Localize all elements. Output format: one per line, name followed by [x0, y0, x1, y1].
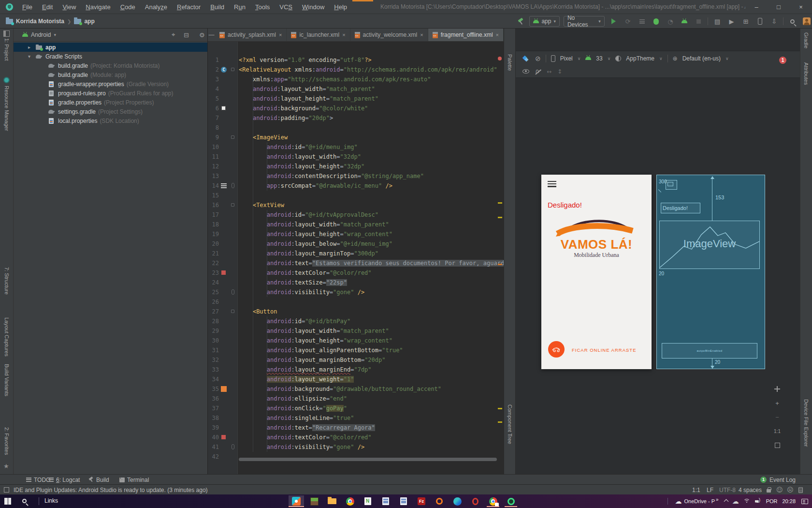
run-android-button[interactable] — [680, 16, 690, 27]
horizontal-scrollbar[interactable] — [239, 458, 497, 461]
close-tab-icon[interactable]: × — [342, 32, 345, 38]
zoom-actual-button[interactable]: 1:1 — [772, 426, 783, 436]
code-line-35[interactable]: 35 android:background="@drawable/button_… — [208, 384, 504, 394]
code-line-37[interactable]: 37 android:onClick="goPay" — [208, 403, 504, 413]
toolwindow-tab-structure[interactable]: 7: Structure — [0, 267, 13, 306]
taskbar-icon-explorer[interactable] — [324, 495, 340, 507]
taskbar-icon-opera[interactable] — [467, 495, 483, 507]
toolwindow-tab-resource-manager[interactable]: Resource Manager — [0, 86, 13, 134]
taskbar-icon-notepad-plus[interactable] — [360, 495, 376, 507]
hector-notifications-icon[interactable] — [798, 487, 803, 493]
default-margins-icon[interactable]: ↔ — [547, 68, 551, 75]
taskbar-icon-minecraft[interactable] — [306, 495, 322, 507]
code-line-7[interactable]: 7 android:padding="20dp"> — [208, 113, 504, 123]
project-view-selector[interactable]: Android — [31, 31, 51, 38]
start-button[interactable] — [4, 498, 11, 505]
build-hammer-button[interactable] — [515, 16, 525, 27]
taskbar-icon-orange-ring[interactable] — [432, 495, 447, 507]
tab-activity-welcome-xml[interactable]: activity_welcome.xml× — [350, 29, 428, 41]
toolwindow-tab-favorites[interactable]: 2: Favorites — [0, 427, 13, 462]
zoom-out-button[interactable]: − — [772, 412, 783, 422]
toolwindow-tab-terminal[interactable]: Terminal — [119, 475, 149, 485]
code-line-21[interactable]: 21 android:layout_marginTop="300dp" — [208, 249, 504, 258]
search-everywhere-button[interactable] — [787, 16, 798, 27]
minimize-button[interactable]: – — [745, 0, 768, 14]
file-encoding[interactable]: UTF-8 — [719, 485, 736, 495]
component-tree-tab[interactable]: Component Tree — [504, 404, 515, 458]
code-line-10[interactable]: 10 android:id="@+id/menu_img" — [208, 142, 504, 152]
debug-button[interactable] — [651, 16, 661, 27]
code-line-3[interactable]: 3 xmlns:app="http://schemas.android.com/… — [208, 75, 504, 84]
fold-marker[interactable] — [230, 289, 236, 296]
taskbar-search-icon[interactable] — [22, 498, 27, 505]
tree-item-gradle-scripts[interactable]: ▾Gradle Scripts — [14, 52, 207, 61]
pan-hand-icon[interactable] — [772, 384, 783, 394]
menu-build[interactable]: Build — [206, 1, 229, 13]
code-line-24[interactable]: 24 android:textSize="22sp" — [208, 278, 504, 287]
view-options-icon[interactable] — [522, 69, 529, 74]
code-line-4[interactable]: 4 android:layout_width="match_parent" — [208, 84, 504, 94]
breadcrumb-module[interactable]: app — [84, 18, 94, 25]
tray-expand-icon[interactable] — [724, 499, 728, 504]
logcat-window-button[interactable]: ▶ — [726, 16, 737, 27]
code-line-26[interactable]: 26 — [208, 297, 504, 307]
tree-item-gradle-wrapper-properties-gradle-version[interactable]: gradle-wrapper.properties(Gradle Version… — [14, 79, 207, 89]
zoom-in-button[interactable]: + — [772, 398, 783, 408]
close-tab-icon[interactable]: × — [279, 32, 282, 38]
wifi-icon[interactable] — [743, 499, 751, 504]
line-separator[interactable]: LF — [707, 485, 713, 495]
code-line-8[interactable]: 8 — [208, 123, 504, 133]
code-line-38[interactable]: 38 android:singleLine="true" — [208, 413, 504, 423]
run-button[interactable] — [609, 16, 619, 27]
menu-vcs[interactable]: VCS — [275, 1, 297, 13]
toolwindow-tab-build[interactable]: Build — [88, 475, 109, 485]
close-tab-icon[interactable]: × — [496, 32, 499, 38]
code-line-15[interactable]: 15 — [208, 191, 504, 200]
tab-ic-launcher-xml[interactable]: ic_launcher.xml× — [287, 29, 350, 41]
code-line-32[interactable]: 32 android:layout_marginBottom="20dp" — [208, 355, 504, 365]
indent-setting[interactable]: 4 spaces — [739, 485, 762, 495]
code-line-34[interactable]: 34 android:layout_weight="1" — [208, 374, 504, 384]
toolwindow-tab-attributes[interactable]: Attributes — [800, 62, 812, 97]
code-line-13[interactable]: 13 android:contentDescription="@string/a… — [208, 171, 504, 181]
menu-tools[interactable]: Tools — [251, 1, 274, 13]
pan-icon[interactable]: ↕ — [557, 68, 562, 75]
cloud-status-icon[interactable]: ☁ — [732, 497, 739, 505]
event-log-button[interactable]: 1 Event Log — [760, 475, 796, 485]
menu-file[interactable]: File — [18, 1, 37, 13]
code-line-40[interactable]: 40 android:textColor="@color/red" — [208, 433, 504, 442]
fold-marker[interactable] — [230, 134, 236, 141]
device-in-editor-select[interactable]: Pixel — [560, 55, 573, 62]
menu-run[interactable]: Run — [230, 1, 250, 13]
taskbar-icon-text-doc[interactable] — [396, 495, 411, 507]
code-line-2[interactable]: 2C<RelativeLayout xmlns:android="http://… — [208, 65, 504, 75]
code-line-1[interactable]: 1<?xml version="1.0" encoding="utf-8"?> — [208, 55, 504, 65]
tree-item-build-gradle-project-korrida-motorista[interactable]: build.gradle(Project: Korrida Motorista) — [14, 61, 207, 70]
tree-item-app[interactable]: ▸app — [14, 43, 207, 52]
fold-marker[interactable] — [230, 66, 236, 73]
menu-analyze[interactable]: Analyze — [141, 1, 172, 13]
tree-arrow-icon[interactable]: ▾ — [28, 54, 35, 59]
settings-gear-icon[interactable]: ⚙ — [199, 31, 205, 39]
code-line-36[interactable]: 36 android:ellipsize="end" — [208, 394, 504, 403]
menu-view[interactable]: View — [58, 1, 80, 13]
tree-item-gradle-properties-project-properties[interactable]: gradle.properties(Project Properties) — [14, 98, 207, 107]
fold-marker[interactable] — [230, 308, 236, 315]
code-line-25[interactable]: 25 android:visibility="gone" /> — [208, 287, 504, 297]
tree-item-local-properties-sdk-location[interactable]: local.properties(SDK Location) — [14, 116, 207, 125]
toolwindow-tab-build-variants[interactable]: Build Variants — [0, 364, 13, 404]
design-surface-icon[interactable] — [522, 55, 530, 62]
happy-face-icon[interactable]: ☺ — [776, 485, 783, 495]
tree-item-settings-gradle-project-settings[interactable]: settings.gradle(Project Settings) — [14, 107, 207, 116]
language-indicator[interactable]: POR — [766, 498, 778, 504]
code-line-12[interactable]: 12 android:layout_height="32dp" — [208, 162, 504, 171]
menu-window[interactable]: Window — [298, 1, 329, 13]
sad-face-icon[interactable]: ☹ — [787, 485, 794, 495]
fold-marker[interactable] — [230, 444, 236, 450]
volume-icon[interactable] — [755, 499, 761, 504]
close-button[interactable]: × — [790, 0, 812, 14]
fold-marker[interactable] — [230, 182, 236, 189]
tree-arrow-icon[interactable]: ▸ — [28, 45, 35, 50]
apply-code-changes-button[interactable] — [637, 16, 647, 27]
menu-refactor[interactable]: Refactor — [173, 1, 205, 13]
